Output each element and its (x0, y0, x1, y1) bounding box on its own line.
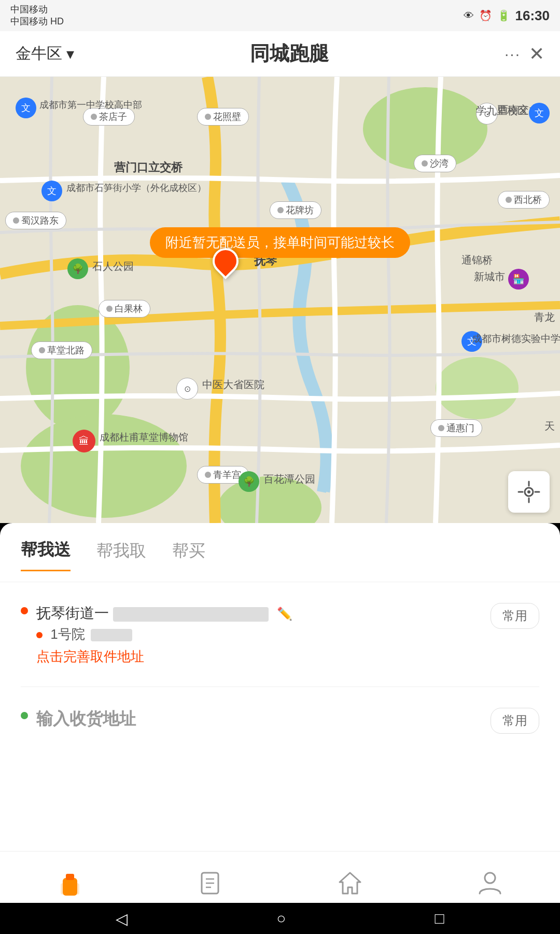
svg-rect-16 (71, 888, 75, 896)
status-right: 👁 ⏰ 🔋 16:30 (464, 8, 550, 24)
pickup-section: 抚琴街道一 ✏️ 1号院 点击完善取件地址 常用 (0, 582, 560, 686)
label-tongjin: 通锦桥 (461, 253, 493, 267)
address-dot-red (36, 632, 43, 638)
pickup-common-tag[interactable]: 常用 (491, 603, 539, 629)
pickup-dot (21, 607, 28, 614)
svg-rect-14 (66, 874, 74, 880)
poi-caotang: 草堂北路 (31, 341, 92, 359)
location-button[interactable] (508, 471, 550, 513)
label-school2: 成都市石笋街小学（外化成校区） (66, 182, 134, 194)
status-time: 16:30 (515, 8, 550, 24)
svg-point-5 (436, 357, 519, 419)
svg-rect-15 (65, 888, 69, 896)
map-area[interactable]: 茶店子 花照壁 ⊙ 西南交大 文 成都市第一中学校高中部 文 学九里校区 沙湾 … (0, 77, 560, 523)
delivery-common-tag[interactable]: 常用 (491, 708, 539, 734)
pickup-hint[interactable]: 点击完善取件地址 (36, 648, 482, 666)
poi-baihua: 🌳 (239, 471, 259, 492)
label-school1: 成都市第一中学校高中部 (39, 99, 91, 111)
poi-huazhaobibi: 花照壁 (197, 108, 249, 126)
status-bar: 中国移动 中国移动 HD 👁 ⏰ 🔋 16:30 (0, 0, 560, 31)
profile-icon (475, 869, 505, 898)
label-hospital: 中医大省医院 (202, 378, 264, 392)
location-selector[interactable]: 金牛区 ▾ (16, 43, 74, 64)
poi-shiren: 🌳 (67, 258, 88, 279)
label-school3: 成都市树德实验中学 (472, 332, 544, 346)
delivery-dot (21, 712, 28, 719)
poi-tonghui: 通惠门 (430, 419, 482, 437)
sub-blurred (91, 629, 132, 641)
no-courier-warning: 附近暂无配送员，接单时间可能过较长 (150, 227, 410, 258)
map-pin-marker (213, 248, 239, 279)
pickup-address-content: 抚琴街道一 ✏️ 1号院 点击完善取件地址 (36, 603, 482, 666)
poi-hospital: ⊙ (176, 378, 198, 400)
label-xuejiu: 学九里校区 (476, 104, 528, 118)
label-dufu: 成都杜甫草堂博物馆 (100, 431, 167, 444)
page-title: 同城跑腿 (250, 40, 329, 67)
chevron-down-icon: ▾ (66, 45, 74, 63)
label-yingmenkou: 营门口立交桥 (114, 160, 183, 175)
poi-shuhan: 蜀汉路东 (5, 212, 66, 229)
delivery-section: 输入收货地址 常用 (0, 687, 560, 754)
tab-help-fetch[interactable]: 帮我取 (96, 540, 146, 571)
pickup-address-blurred (113, 607, 269, 622)
delivery-address-row[interactable]: 输入收货地址 常用 (21, 699, 539, 742)
pickup-address-main: 抚琴街道一 ✏️ (36, 603, 482, 623)
pickup-address-sub: 1号院 (36, 625, 482, 643)
sub-text: 1号院 (50, 626, 85, 642)
delivery-address-content: 输入收货地址 (36, 708, 482, 731)
poi-xuejiu: 文 (529, 103, 550, 123)
label-tian: 天 (544, 419, 555, 433)
alarm-icon: ⏰ (479, 9, 492, 22)
carrier2: 中国移动 HD (10, 16, 64, 28)
home-icon (335, 869, 365, 898)
close-button[interactable]: ✕ (529, 43, 544, 65)
nav-actions: ··· ✕ (505, 43, 544, 65)
poi-dufu: 🏛 (73, 430, 95, 452)
label-baihua: 百花潭公园 (263, 472, 315, 486)
home-button[interactable]: ○ (276, 910, 286, 927)
pickup-address-row[interactable]: 抚琴街道一 ✏️ 1号院 点击完善取件地址 常用 (21, 595, 539, 674)
order-icon (195, 869, 225, 898)
poi-school1: 文 (16, 98, 36, 118)
run-icon (55, 869, 85, 898)
tab-help-send[interactable]: 帮我送 (21, 539, 71, 571)
map-svg (0, 77, 560, 523)
bottom-panel: 帮我送 帮我取 帮买 抚琴街道一 ✏️ 1号院 点击完善取件 (0, 523, 560, 851)
pickup-edit-icon: ✏️ (277, 607, 292, 621)
poi-shawan: 沙湾 (414, 155, 456, 172)
eye-icon: 👁 (464, 10, 474, 22)
label-qinglong: 青龙 (534, 310, 555, 324)
poi-baiguo: 白果林 (99, 300, 150, 318)
back-button[interactable]: ◁ (116, 910, 128, 928)
recent-button[interactable]: □ (435, 910, 444, 927)
poi-xinchengshi: 🏪 (508, 269, 529, 290)
label-shiren: 石人公园 (92, 259, 134, 273)
carrier-info: 中国移动 中国移动 HD (10, 4, 64, 28)
poi-xibeiqi: 西北桥 (498, 191, 550, 209)
tab-help-buy[interactable]: 帮买 (172, 540, 205, 571)
carrier1: 中国移动 (10, 4, 64, 16)
svg-point-21 (485, 873, 495, 883)
poi-huapaifang: 花牌坊 (270, 201, 321, 219)
gesture-bar: ◁ ○ □ (0, 903, 560, 934)
battery-icon: 🔋 (497, 9, 510, 22)
label-xinchengshi: 新城市 (474, 270, 505, 284)
more-button[interactable]: ··· (505, 45, 521, 63)
top-nav: 金牛区 ▾ 同城跑腿 ··· ✕ (0, 31, 560, 77)
delivery-placeholder[interactable]: 输入收货地址 (36, 708, 482, 731)
locate-icon (517, 480, 540, 503)
service-tabs: 帮我送 帮我取 帮买 (0, 523, 560, 582)
poi-school2: 文 (41, 181, 62, 201)
pickup-address-text: 抚琴街道一 (36, 605, 109, 621)
map-background: 茶店子 花照壁 ⊙ 西南交大 文 成都市第一中学校高中部 文 学九里校区 沙湾 … (0, 77, 560, 523)
svg-point-7 (527, 490, 530, 493)
location-text: 金牛区 (16, 43, 62, 64)
